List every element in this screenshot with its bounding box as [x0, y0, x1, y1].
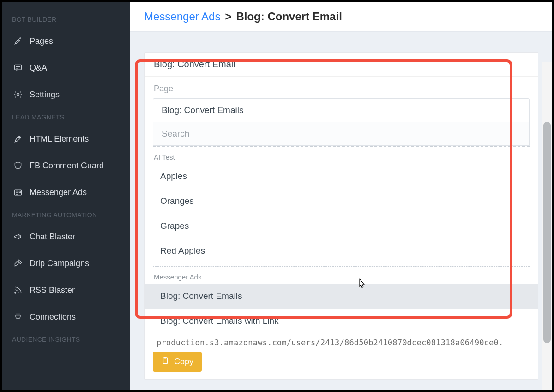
title-field[interactable]: Blog: Convert Email	[145, 53, 538, 77]
news-icon	[13, 187, 23, 197]
sidebar-item-settings[interactable]: Settings	[2, 81, 130, 108]
page-search-input[interactable]: Search	[153, 122, 530, 146]
sidebar-item-label: Settings	[30, 90, 60, 99]
pages-icon	[13, 36, 23, 46]
sidebar-item-drip-campaigns[interactable]: Drip Campaigns	[2, 250, 130, 277]
section-header-bot-builder: BOT BUILDER	[2, 10, 130, 28]
option-group-messenger-ads: Messenger Ads	[145, 267, 538, 284]
svg-rect-5	[19, 191, 21, 193]
svg-rect-7	[163, 358, 168, 364]
svg-point-3	[18, 137, 20, 138]
gear-icon	[13, 89, 23, 100]
sidebar-item-html-elements[interactable]: HTML Elements	[2, 125, 130, 152]
sidebar-item-label: Q&A	[30, 64, 47, 72]
plug-icon	[13, 312, 23, 322]
page-option[interactable]: Blog: Convert Emails	[145, 284, 538, 309]
page-option[interactable]: Grapes	[145, 214, 538, 238]
editor-card: Blog: Convert Email Page Blog: Convert E…	[144, 52, 538, 380]
breadcrumb-section-link[interactable]: Messenger Ads	[144, 10, 220, 23]
svg-point-2	[17, 94, 19, 96]
main-content: Messenger Ads > Blog: Convert Email Blog…	[130, 2, 552, 390]
svg-rect-8	[164, 357, 167, 359]
sidebar-item-messenger-ads[interactable]: Messenger Ads	[2, 179, 130, 206]
section-header-audience-insights: AUDIENCE INSIGHTS	[2, 330, 130, 348]
breadcrumb: Messenger Ads > Blog: Convert Email	[130, 2, 552, 32]
sidebar-item-label: HTML Elements	[30, 135, 89, 143]
sidebar-item-label: Chat Blaster	[30, 232, 75, 241]
sidebar-item-connections[interactable]: Connections	[2, 303, 130, 330]
svg-rect-1	[15, 65, 22, 70]
copy-button-label: Copy	[174, 357, 193, 367]
dropper-icon	[13, 258, 23, 268]
page-option[interactable]: Blog: Convert Emails with Link	[145, 309, 538, 333]
sidebar-item-label: Connections	[30, 313, 76, 321]
sidebar-item-label: Drip Campaigns	[30, 259, 89, 267]
sidebar-item-label: FB Comment Guard	[30, 161, 104, 170]
rss-icon	[13, 285, 23, 295]
sidebar-item-qa[interactable]: Q&A	[2, 54, 130, 81]
svg-point-6	[15, 292, 16, 294]
sidebar-item-label: RSS Blaster	[30, 286, 75, 294]
clipboard-icon	[161, 356, 169, 367]
page-field-label: Page	[145, 81, 538, 98]
sidebar-item-pages[interactable]: Pages	[2, 28, 130, 54]
option-group-ai-test: AI Test	[145, 147, 538, 164]
copy-button[interactable]: Copy	[153, 352, 202, 372]
sidebar-item-rss-blaster[interactable]: RSS Blaster	[2, 277, 130, 303]
page-option[interactable]: Red Apples	[145, 238, 538, 263]
megaphone-icon	[13, 232, 23, 242]
sidebar-item-label: Messenger Ads	[30, 188, 87, 196]
page-option[interactable]: Apples	[145, 164, 538, 189]
url-readonly-text: production.s3.amazonaws.com/users/2413/8…	[153, 333, 530, 349]
sidebar: BOT BUILDER Pages Q&A Settings LEAD MAGN…	[2, 2, 130, 390]
breadcrumb-current: Blog: Convert Email	[236, 10, 342, 23]
qa-icon	[13, 63, 23, 73]
breadcrumb-separator: >	[225, 10, 231, 23]
sidebar-item-label: Pages	[30, 37, 53, 45]
section-header-marketing-automation: MARKETING AUTOMATION	[2, 206, 130, 223]
page-select-value[interactable]: Blog: Convert Emails	[153, 98, 530, 122]
sidebar-item-chat-blaster[interactable]: Chat Blaster	[2, 223, 130, 250]
section-header-lead-magnets: LEAD MAGNETS	[2, 108, 130, 125]
shield-icon	[13, 160, 23, 171]
rocket-icon	[13, 134, 23, 144]
page-option[interactable]: Oranges	[145, 189, 538, 214]
svg-point-0	[20, 38, 21, 39]
sidebar-item-fb-comment-guard[interactable]: FB Comment Guard	[2, 152, 130, 179]
